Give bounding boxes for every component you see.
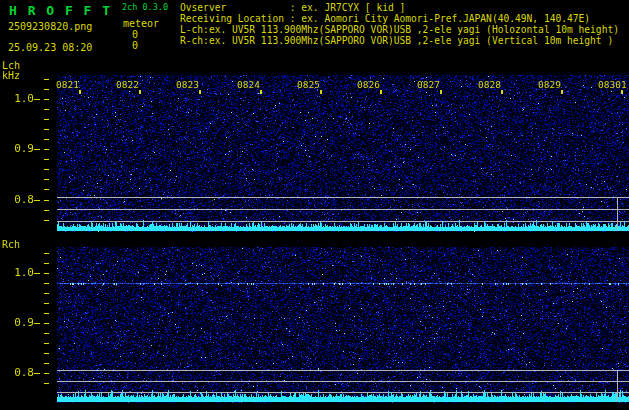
- freq-minor-tick: [44, 293, 49, 294]
- freq-tick: [44, 99, 49, 100]
- observation-datetime: 25.09.23 08:20: [8, 42, 92, 53]
- time-label: 0828: [478, 80, 501, 90]
- freq-minor-tick: [44, 263, 49, 264]
- freq-minor-tick: [44, 109, 49, 110]
- freq-minor-tick: [44, 343, 49, 344]
- app-title: H R O F F T: [9, 3, 112, 18]
- time-label: 0827: [417, 80, 440, 90]
- time-label: 0822: [116, 80, 139, 90]
- time-label: 0826: [357, 80, 380, 90]
- freq-tick-dash: [34, 99, 40, 100]
- time-tick: [501, 90, 503, 94]
- freq-tick: [44, 200, 49, 201]
- freq-minor-tick: [44, 119, 49, 120]
- time-tick: [260, 90, 262, 94]
- freq-minor-tick: [44, 159, 49, 160]
- time-tick: [199, 90, 201, 94]
- rch-spectrogram: [57, 247, 629, 403]
- station-info-line: L-ch:ex. UV5R 113.900Mhz(SAPPORO VOR)USB…: [180, 24, 619, 35]
- khz-unit-label: kHz: [2, 71, 20, 81]
- freq-minor-tick: [44, 253, 49, 254]
- freq-tick-label: 0.9: [8, 318, 34, 328]
- rch-channel-label: Rch: [2, 240, 20, 250]
- freq-tick: [44, 273, 49, 274]
- freq-minor-tick: [44, 363, 49, 364]
- freq-minor-tick: [44, 169, 49, 170]
- time-label: 0823: [176, 80, 199, 90]
- time-tick: [79, 90, 81, 94]
- freq-minor-tick: [44, 313, 49, 314]
- freq-minor-tick: [44, 333, 49, 334]
- freq-minor-tick: [44, 179, 49, 180]
- freq-minor-tick: [44, 210, 49, 211]
- output-filename: 2509230820.png: [8, 21, 92, 32]
- hrofft-window: H R O F F T 2ch 0.3.0 meteor 2509230820.…: [0, 0, 629, 410]
- time-label: 0821: [56, 80, 79, 90]
- app-version: 2ch 0.3.0: [122, 2, 168, 12]
- time-tick: [561, 90, 563, 94]
- time-label: 0824: [237, 80, 260, 90]
- station-info: Ovserver : ex. JR7CYX [ kid ]Receiving L…: [180, 2, 619, 46]
- freq-minor-tick: [44, 283, 49, 284]
- freq-minor-tick: [44, 89, 49, 90]
- echo-count-total: 0: [118, 41, 138, 51]
- freq-minor-tick: [44, 220, 49, 221]
- time-tick: [320, 90, 322, 94]
- time-tick: [139, 90, 141, 94]
- freq-minor-tick: [44, 189, 49, 190]
- mode-label: meteor: [123, 19, 159, 29]
- station-info-line: R-ch:ex. UV5R 113.900Mhz(SAPPORO VOR)USB…: [180, 35, 619, 46]
- time-tick: [440, 90, 442, 94]
- lch-spectrogram: [57, 75, 629, 232]
- freq-tick-dash: [34, 200, 40, 201]
- freq-tick-dash: [34, 373, 40, 374]
- freq-tick: [44, 373, 49, 374]
- time-tick: [621, 90, 623, 94]
- freq-tick-label: 1.0: [8, 268, 34, 278]
- freq-minor-tick: [44, 383, 49, 384]
- freq-minor-tick: [44, 79, 49, 80]
- freq-tick: [44, 149, 49, 150]
- time-label: 0829: [538, 80, 561, 90]
- time-label: 08301: [598, 80, 627, 90]
- time-tick: [380, 90, 382, 94]
- freq-tick: [44, 323, 49, 324]
- freq-tick-label: 1.0: [8, 94, 34, 104]
- freq-tick-dash: [34, 149, 40, 150]
- station-info-line: Receiving Location : ex. Aomori City Aom…: [180, 13, 619, 24]
- echo-count-long: 0: [118, 30, 138, 40]
- freq-tick-label: 0.9: [8, 144, 34, 154]
- station-info-line: Ovserver : ex. JR7CYX [ kid ]: [180, 2, 619, 13]
- time-label: 0825: [297, 80, 320, 90]
- freq-minor-tick: [44, 303, 49, 304]
- freq-minor-tick: [44, 353, 49, 354]
- freq-minor-tick: [44, 129, 49, 130]
- freq-tick-label: 0.8: [8, 368, 34, 378]
- freq-tick-label: 0.8: [8, 195, 34, 205]
- freq-minor-tick: [44, 139, 49, 140]
- freq-tick-dash: [34, 273, 40, 274]
- freq-tick-dash: [34, 323, 40, 324]
